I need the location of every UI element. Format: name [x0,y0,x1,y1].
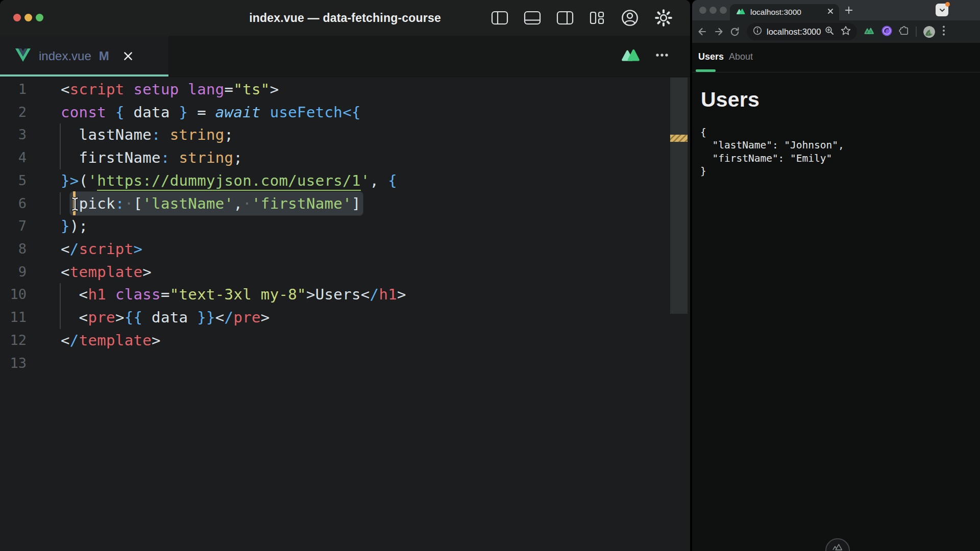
chevron-down-icon [938,6,946,14]
vscode-titlebar: index.vue — data-fetching-course [0,0,690,36]
forward-icon[interactable] [713,26,724,37]
line-number[interactable]: 11 [0,306,27,329]
layout-customize-icon[interactable] [589,11,605,25]
code-line[interactable]: firstName: string; [61,146,406,169]
editor-code[interactable]: <script setup lang="ts">const { data } =… [61,78,406,374]
account-icon[interactable] [621,9,639,27]
browser-window: localhost:3000 localhost:3000 [692,0,980,551]
site-info-icon[interactable] [753,26,762,37]
browser-traffic-lights[interactable] [699,7,727,14]
line-number[interactable]: 10 [0,283,27,306]
settings-gear-icon[interactable] [654,9,673,27]
minimize-traffic-light[interactable] [24,14,32,21]
tab-index-vue[interactable]: index.vue M [0,36,168,77]
update-notification-dot [945,2,950,7]
address-url[interactable]: localhost:3000 [767,27,825,37]
line-number[interactable]: 3 [0,123,27,146]
browser-toolbar: localhost:3000 [692,20,980,43]
editor-tab-bar: index.vue M [0,36,690,77]
line-number[interactable]: 8 [0,238,27,261]
code-line[interactable]: </script> [61,238,406,261]
code-line[interactable]: pick:·['lastName',·'firstName'] [61,192,406,215]
code-line[interactable] [61,352,406,375]
nuxt-outline-icon [831,541,844,551]
code-line[interactable]: }>('https://dummyjson.com/users/1', { [61,169,406,192]
editor-gutter: 12345678910111213 [0,78,27,374]
bookmark-star-icon[interactable] [841,26,851,38]
page-nav: Users About [692,43,980,72]
vue-devtools-extension-icon[interactable] [881,26,892,38]
vscode-window: index.vue — data-fetching-course index.v… [0,0,690,551]
active-nav-underline [696,69,716,72]
browser-tab-label: localhost:3000 [750,8,827,17]
page-heading: Users [701,88,760,112]
browser-zoom-light[interactable] [720,7,727,14]
modified-line-marker [670,135,688,142]
line-number[interactable]: 4 [0,146,27,169]
traffic-lights [13,14,43,21]
code-line[interactable]: <pre>{{ data }}</pre> [61,306,406,329]
tab-filename: index.vue [39,49,91,63]
code-line[interactable]: <script setup lang="ts"> [61,78,406,101]
ibeam-cursor-icon [70,196,80,212]
line-number[interactable]: 12 [0,329,27,352]
zoom-in-icon[interactable] [825,26,834,37]
nuxt-extension-icon[interactable] [864,27,875,37]
more-actions-icon[interactable] [654,48,670,64]
browser-tab-close-icon[interactable] [827,8,834,17]
layout-panel-icon[interactable] [524,11,541,25]
extensions-puzzle-icon[interactable] [899,26,909,38]
line-number[interactable]: 2 [0,101,27,124]
reload-icon[interactable] [729,27,740,37]
code-line[interactable]: }); [61,215,406,238]
text-selection: pick:·['lastName',·'firstName'] [70,192,363,215]
line-number[interactable]: 7 [0,215,27,238]
browser-tab-strip: localhost:3000 [692,0,980,20]
tab-search-chevron-button[interactable] [936,4,948,16]
browser-minimize-light[interactable] [709,7,717,14]
browser-tab[interactable]: localhost:3000 [730,4,839,20]
browser-menu-dots-icon[interactable] [942,24,946,39]
close-traffic-light[interactable] [13,14,21,21]
line-number[interactable]: 5 [0,169,27,192]
line-number[interactable]: 1 [0,78,27,101]
address-bar[interactable]: localhost:3000 [747,23,857,40]
nav-link-about[interactable]: About [729,52,753,62]
profile-avatar[interactable] [923,26,935,38]
code-line[interactable]: <h1 class="text-3xl my-8">Users</h1> [61,283,406,306]
browser-viewport: Users About Users { "lastName": "Johnson… [692,43,980,551]
browser-close-light[interactable] [699,7,706,14]
vue-logo-icon [15,48,31,64]
nuxt-favicon [736,8,746,17]
tab-close-icon[interactable] [122,51,134,62]
line-number[interactable]: 9 [0,261,27,284]
layout-sidebar-left-icon[interactable] [491,11,508,25]
code-line[interactable]: const { data } = await useFetch<{ [61,101,406,124]
code-line[interactable]: <template> [61,261,406,284]
toolbar-separator [916,27,917,37]
json-output: { "lastName": "Johnson", "firstName": "E… [700,126,844,178]
editor-scrollbar[interactable] [670,78,688,314]
new-tab-button[interactable] [844,6,853,15]
back-icon[interactable] [697,26,708,37]
nav-link-users[interactable]: Users [698,52,724,62]
zoom-traffic-light[interactable] [36,14,43,21]
nuxt-devtools-button[interactable] [825,538,850,551]
line-number[interactable]: 13 [0,352,27,375]
code-line[interactable]: </template> [61,329,406,352]
code-line[interactable]: lastName: string; [61,123,406,146]
layout-sidebar-right-icon[interactable] [556,11,574,25]
nuxt-extension-button[interactable] [621,47,641,65]
git-modified-badge: M [99,49,109,63]
line-number[interactable]: 6 [0,192,27,215]
